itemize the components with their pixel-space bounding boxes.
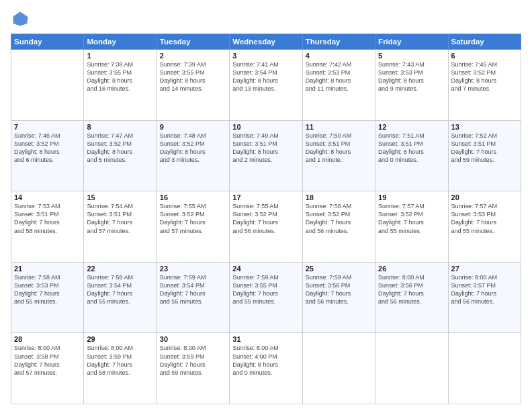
calendar-cell: 8Sunrise: 7:47 AM Sunset: 3:52 PM Daylig… <box>84 120 157 191</box>
day-number: 7 <box>14 123 81 131</box>
calendar-cell: 14Sunrise: 7:53 AM Sunset: 3:51 PM Dayli… <box>11 191 84 263</box>
calendar-cell: 15Sunrise: 7:54 AM Sunset: 3:51 PM Dayli… <box>84 191 157 263</box>
day-number: 29 <box>87 335 153 343</box>
calendar-cell: 31Sunrise: 8:00 AM Sunset: 4:00 PM Dayli… <box>230 333 302 404</box>
day-info: Sunrise: 7:50 AM Sunset: 3:51 PM Dayligh… <box>306 132 372 165</box>
calendar-cell: 11Sunrise: 7:50 AM Sunset: 3:51 PM Dayli… <box>302 120 375 191</box>
day-info: Sunrise: 7:59 AM Sunset: 3:55 PM Dayligh… <box>232 273 299 306</box>
day-info: Sunrise: 8:00 AM Sunset: 4:00 PM Dayligh… <box>232 344 299 377</box>
day-number: 6 <box>451 52 518 60</box>
calendar-cell: 17Sunrise: 7:55 AM Sunset: 3:52 PM Dayli… <box>230 191 302 263</box>
calendar-cell: 7Sunrise: 7:46 AM Sunset: 3:52 PM Daylig… <box>11 120 84 191</box>
calendar-cell: 5Sunrise: 7:43 AM Sunset: 3:53 PM Daylig… <box>375 50 448 121</box>
calendar-cell: 16Sunrise: 7:55 AM Sunset: 3:52 PM Dayli… <box>157 191 229 263</box>
day-number: 10 <box>232 123 299 131</box>
calendar-cell: 6Sunrise: 7:45 AM Sunset: 3:52 PM Daylig… <box>448 50 521 121</box>
day-info: Sunrise: 7:38 AM Sunset: 3:55 PM Dayligh… <box>87 60 153 93</box>
day-number: 15 <box>87 193 153 201</box>
day-number: 8 <box>87 123 153 131</box>
day-info: Sunrise: 7:54 AM Sunset: 3:51 PM Dayligh… <box>87 202 153 235</box>
day-number: 11 <box>306 123 372 131</box>
day-info: Sunrise: 7:45 AM Sunset: 3:52 PM Dayligh… <box>451 60 518 93</box>
day-number: 14 <box>14 193 81 201</box>
day-of-week-header: Saturday <box>448 34 521 50</box>
calendar-cell: 26Sunrise: 8:00 AM Sunset: 3:56 PM Dayli… <box>375 262 448 333</box>
calendar-cell <box>448 333 521 404</box>
day-number: 2 <box>160 52 226 60</box>
day-info: Sunrise: 7:55 AM Sunset: 3:52 PM Dayligh… <box>160 202 226 235</box>
calendar-cell <box>11 50 84 121</box>
day-info: Sunrise: 8:00 AM Sunset: 3:56 PM Dayligh… <box>378 273 445 306</box>
day-of-week-header: Wednesday <box>230 34 302 50</box>
calendar-cell: 13Sunrise: 7:52 AM Sunset: 3:51 PM Dayli… <box>448 120 521 191</box>
day-number: 12 <box>378 123 445 131</box>
day-number: 26 <box>378 265 445 273</box>
day-info: Sunrise: 7:57 AM Sunset: 3:52 PM Dayligh… <box>378 202 445 235</box>
calendar-week-row: 21Sunrise: 7:58 AM Sunset: 3:53 PM Dayli… <box>11 262 521 333</box>
calendar-cell: 4Sunrise: 7:42 AM Sunset: 3:53 PM Daylig… <box>302 50 375 121</box>
header <box>11 9 521 28</box>
page: SundayMondayTuesdayWednesdayThursdayFrid… <box>0 0 532 411</box>
calendar-week-row: 14Sunrise: 7:53 AM Sunset: 3:51 PM Dayli… <box>11 191 521 263</box>
day-number: 28 <box>14 335 81 343</box>
day-info: Sunrise: 7:51 AM Sunset: 3:51 PM Dayligh… <box>378 132 445 165</box>
day-number: 16 <box>160 193 226 201</box>
calendar-cell <box>375 333 448 404</box>
day-number: 4 <box>306 52 372 60</box>
calendar-week-row: 28Sunrise: 8:00 AM Sunset: 3:58 PM Dayli… <box>11 333 521 404</box>
day-info: Sunrise: 8:00 AM Sunset: 3:59 PM Dayligh… <box>160 344 226 377</box>
day-info: Sunrise: 7:58 AM Sunset: 3:53 PM Dayligh… <box>14 273 81 306</box>
day-info: Sunrise: 7:57 AM Sunset: 3:53 PM Dayligh… <box>451 202 518 235</box>
calendar-table: SundayMondayTuesdayWednesdayThursdayFrid… <box>11 34 521 404</box>
calendar-cell: 12Sunrise: 7:51 AM Sunset: 3:51 PM Dayli… <box>375 120 448 191</box>
day-of-week-header: Sunday <box>11 34 84 50</box>
calendar-cell: 27Sunrise: 8:00 AM Sunset: 3:57 PM Dayli… <box>448 262 521 333</box>
day-info: Sunrise: 7:53 AM Sunset: 3:51 PM Dayligh… <box>14 202 81 235</box>
day-number: 25 <box>306 265 372 273</box>
day-number: 24 <box>232 265 299 273</box>
day-info: Sunrise: 7:58 AM Sunset: 3:54 PM Dayligh… <box>87 273 153 306</box>
calendar-cell: 9Sunrise: 7:48 AM Sunset: 3:52 PM Daylig… <box>157 120 229 191</box>
day-number: 1 <box>87 52 153 60</box>
day-info: Sunrise: 7:52 AM Sunset: 3:51 PM Dayligh… <box>451 132 518 165</box>
day-of-week-header: Tuesday <box>157 34 229 50</box>
calendar-cell: 19Sunrise: 7:57 AM Sunset: 3:52 PM Dayli… <box>375 191 448 263</box>
calendar-cell: 24Sunrise: 7:59 AM Sunset: 3:55 PM Dayli… <box>230 262 302 333</box>
day-of-week-header: Monday <box>84 34 157 50</box>
calendar-cell <box>302 333 375 404</box>
calendar-cell: 18Sunrise: 7:56 AM Sunset: 3:52 PM Dayli… <box>302 191 375 263</box>
day-info: Sunrise: 7:49 AM Sunset: 3:51 PM Dayligh… <box>232 132 299 165</box>
calendar-cell: 28Sunrise: 8:00 AM Sunset: 3:58 PM Dayli… <box>11 333 84 404</box>
calendar-cell: 22Sunrise: 7:58 AM Sunset: 3:54 PM Dayli… <box>84 262 157 333</box>
day-number: 27 <box>451 265 518 273</box>
logo <box>11 9 32 28</box>
day-number: 23 <box>160 265 226 273</box>
day-info: Sunrise: 7:43 AM Sunset: 3:53 PM Dayligh… <box>378 60 445 93</box>
day-info: Sunrise: 8:00 AM Sunset: 3:58 PM Dayligh… <box>14 344 81 377</box>
day-info: Sunrise: 8:00 AM Sunset: 3:57 PM Dayligh… <box>451 273 518 306</box>
calendar-week-row: 7Sunrise: 7:46 AM Sunset: 3:52 PM Daylig… <box>11 120 521 191</box>
day-info: Sunrise: 7:46 AM Sunset: 3:52 PM Dayligh… <box>14 132 81 165</box>
day-number: 30 <box>160 335 226 343</box>
day-info: Sunrise: 7:47 AM Sunset: 3:52 PM Dayligh… <box>87 132 153 165</box>
day-info: Sunrise: 7:39 AM Sunset: 3:55 PM Dayligh… <box>160 60 226 93</box>
calendar-cell: 23Sunrise: 7:59 AM Sunset: 3:54 PM Dayli… <box>157 262 229 333</box>
day-of-week-header: Friday <box>375 34 448 50</box>
calendar-cell: 3Sunrise: 7:41 AM Sunset: 3:54 PM Daylig… <box>230 50 302 121</box>
day-number: 9 <box>160 123 226 131</box>
day-number: 3 <box>232 52 299 60</box>
day-number: 31 <box>232 335 299 343</box>
day-number: 20 <box>451 193 518 201</box>
day-number: 18 <box>306 193 372 201</box>
logo-icon <box>11 9 30 28</box>
calendar-cell: 21Sunrise: 7:58 AM Sunset: 3:53 PM Dayli… <box>11 262 84 333</box>
day-info: Sunrise: 7:42 AM Sunset: 3:53 PM Dayligh… <box>306 60 372 93</box>
calendar-week-row: 1Sunrise: 7:38 AM Sunset: 3:55 PM Daylig… <box>11 50 521 121</box>
day-number: 22 <box>87 265 153 273</box>
day-info: Sunrise: 7:55 AM Sunset: 3:52 PM Dayligh… <box>232 202 299 235</box>
day-number: 19 <box>378 193 445 201</box>
day-info: Sunrise: 7:59 AM Sunset: 3:54 PM Dayligh… <box>160 273 226 306</box>
day-number: 17 <box>232 193 299 201</box>
day-number: 13 <box>451 123 518 131</box>
calendar-cell: 20Sunrise: 7:57 AM Sunset: 3:53 PM Dayli… <box>448 191 521 263</box>
